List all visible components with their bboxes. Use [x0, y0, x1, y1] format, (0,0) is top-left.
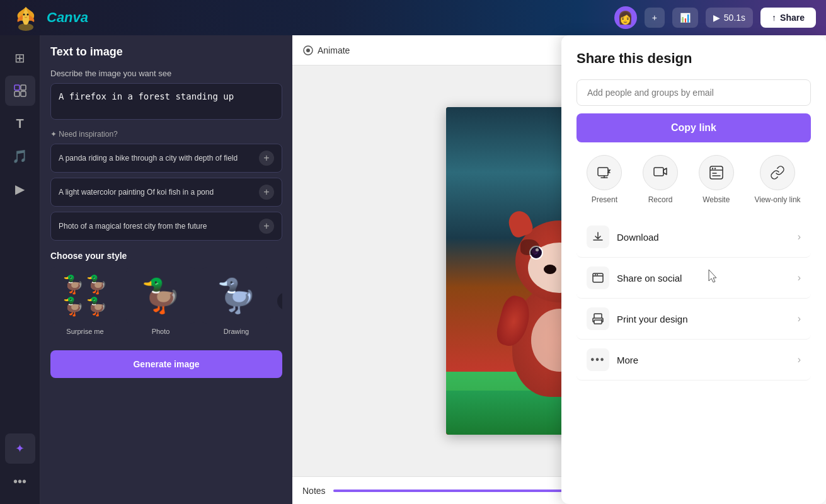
style-scroll-arrow[interactable]: ›	[277, 267, 282, 335]
style-item-surprise[interactable]: 🦆 🦆 🦆 🦆 Surprise me	[50, 267, 120, 335]
style-name-drawing: Drawing	[224, 328, 249, 335]
present-icon-circle	[587, 155, 622, 190]
panel-title: Text to image	[50, 45, 282, 59]
print-label: Print your design	[617, 314, 688, 324]
record-icon-circle	[643, 155, 678, 190]
svg-point-19	[601, 319, 602, 321]
svg-rect-14	[593, 273, 603, 282]
share-website-item[interactable]: Website	[699, 155, 734, 204]
more-label: More	[617, 355, 638, 365]
audio-icon: 🎵	[12, 149, 28, 164]
share-email-input[interactable]	[576, 79, 811, 106]
copy-link-button[interactable]: Copy link	[576, 113, 811, 142]
share-present-item[interactable]: Present	[587, 155, 622, 204]
print-icon	[592, 312, 604, 325]
topbar: Canva 👩 + 📊 ▶ 50.1s ↑ Share	[0, 0, 826, 35]
canva-logo-text: Canva	[47, 9, 88, 26]
share-button[interactable]: ↑ Share	[760, 8, 816, 28]
sidebar-item-video[interactable]: ▶	[5, 174, 35, 204]
add-inspiration-2-button[interactable]: +	[259, 185, 274, 200]
svg-rect-4	[21, 85, 26, 90]
share-icon: ↑	[772, 13, 776, 23]
style-name-surprise: Surprise me	[66, 328, 103, 335]
website-label: Website	[703, 195, 730, 204]
apps-icon: ✦	[15, 442, 25, 455]
style-name-photo: Photo	[152, 328, 170, 335]
inspiration-item-1[interactable]: A panda riding a bike through a city wit…	[50, 144, 282, 173]
inspiration-label: ✦ Need inspiration?	[50, 130, 282, 139]
share-record-item[interactable]: Record	[643, 155, 678, 204]
style-grid: 🦆 🦆 🦆 🦆 Surprise me 🦆 Photo 🦆	[50, 267, 282, 340]
user-avatar[interactable]: 👩	[614, 6, 637, 29]
sidebar-item-text[interactable]: T	[5, 108, 35, 139]
add-people-button[interactable]: +	[645, 8, 665, 28]
sidebar-item-audio[interactable]: 🎵	[5, 141, 35, 171]
sidebar-item-text-to-image[interactable]	[5, 76, 35, 106]
svg-rect-17	[594, 314, 602, 318]
style-item-photo[interactable]: 🦆 Photo	[126, 267, 195, 335]
plus-icon: +	[652, 13, 657, 23]
share-panel: Share this design Copy link Present	[561, 35, 826, 504]
animate-button[interactable]: Animate	[302, 45, 350, 56]
download-chevron: ›	[798, 231, 801, 243]
viewonly-label: View-only link	[754, 195, 800, 204]
share-download-item[interactable]: Download ›	[576, 217, 811, 258]
analytics-icon: 📊	[680, 13, 691, 23]
svg-rect-10	[654, 168, 663, 176]
share-social-item[interactable]: Share on social ›	[576, 258, 811, 299]
svg-point-2	[27, 14, 29, 16]
present-label: Present	[592, 195, 617, 204]
share-icons-row: Present Record	[576, 155, 811, 204]
social-icon	[592, 272, 604, 284]
left-panel: Text to image Describe the image you wan…	[40, 35, 292, 504]
animate-icon	[302, 45, 314, 56]
add-inspiration-3-button[interactable]: +	[259, 219, 274, 234]
more-dots-icon: •••	[591, 354, 605, 365]
social-icon-box	[587, 266, 609, 289]
inspiration-item-3[interactable]: Photo of a magical forest city from the …	[50, 212, 282, 241]
inspiration-item-2[interactable]: A light watercolor painting Of koi fish …	[50, 178, 282, 207]
svg-rect-5	[14, 91, 20, 96]
timer-display: ▶ 50.1s	[706, 8, 753, 28]
share-title: Share this design	[576, 50, 811, 67]
print-chevron: ›	[798, 313, 801, 324]
more-icon-box: •••	[587, 348, 609, 371]
phoenix-icon	[10, 2, 42, 33]
website-icon	[709, 165, 724, 180]
more-icon: •••	[13, 474, 26, 489]
notes-label: Notes	[302, 486, 326, 496]
sidebar-item-more[interactable]: •••	[5, 466, 35, 496]
record-label: Record	[648, 195, 673, 204]
generate-image-button[interactable]: Generate image	[50, 350, 282, 378]
svg-point-1	[23, 14, 25, 16]
download-icon	[592, 231, 604, 243]
video-icon: ▶	[15, 181, 25, 197]
sidebar-item-elements[interactable]: ⊞	[5, 43, 35, 73]
share-more-item[interactable]: ••• More ›	[576, 340, 811, 381]
social-label: Share on social	[617, 273, 682, 284]
add-inspiration-1-button[interactable]: +	[259, 151, 274, 166]
svg-point-12	[712, 168, 713, 169]
analytics-button[interactable]: 📊	[672, 8, 698, 28]
svg-rect-9	[598, 168, 608, 176]
svg-point-8	[306, 49, 310, 52]
svg-point-13	[714, 168, 716, 169]
sidebar-item-apps[interactable]: ✦	[5, 433, 35, 464]
grid-icon: ⊞	[14, 50, 25, 66]
choose-style-label: Choose your style	[50, 251, 282, 261]
describe-input[interactable]	[50, 83, 282, 120]
print-icon-box	[587, 307, 609, 330]
link-icon	[770, 165, 785, 180]
social-chevron: ›	[798, 272, 801, 284]
website-icon-circle	[699, 155, 734, 190]
style-item-drawing[interactable]: 🦆 Drawing	[202, 267, 271, 335]
more-chevron: ›	[798, 354, 801, 365]
text-icon: T	[16, 117, 23, 131]
share-viewonly-item[interactable]: View-only link	[754, 155, 800, 204]
share-print-item[interactable]: Print your design ›	[576, 299, 811, 340]
logo: Canva	[10, 2, 88, 33]
svg-point-16	[597, 274, 598, 275]
record-icon	[653, 165, 668, 180]
describe-label: Describe the image you want see	[50, 69, 282, 78]
svg-rect-6	[21, 91, 26, 96]
